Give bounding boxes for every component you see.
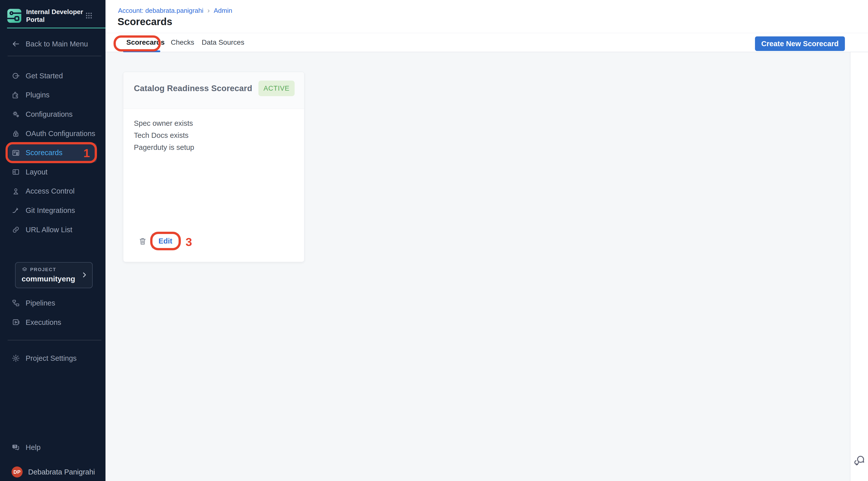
- help-button[interactable]: ? Help: [0, 438, 105, 457]
- project-label: PROJECT: [30, 267, 56, 272]
- help-icon: ?: [11, 443, 20, 452]
- app-logo: Internal Developer Portal: [7, 8, 83, 24]
- sidebar-item-label: Git Integrations: [26, 206, 75, 215]
- arrow-left-icon: [11, 40, 20, 48]
- right-side-strip: [850, 52, 868, 481]
- person-icon: [11, 187, 20, 196]
- back-to-main-menu[interactable]: Back to Main Menu: [11, 40, 88, 48]
- check-item: Spec owner exists: [134, 117, 194, 129]
- sidebar-item-git-integrations[interactable]: Git Integrations: [0, 201, 105, 220]
- sidebar-item-plugins[interactable]: Plugins: [0, 86, 105, 105]
- main-content: Catalog Readiness Scorecard ACTIVE Spec …: [105, 52, 850, 481]
- sidebar-item-label: Scorecards: [26, 149, 63, 157]
- edit-button[interactable]: Edit: [151, 233, 179, 249]
- check-item: Pagerduty is setup: [134, 141, 194, 153]
- top-bar: [105, 0, 868, 33]
- git-branch-icon: [11, 206, 20, 215]
- sidebar-item-url-allow-list[interactable]: URL Allow List: [0, 220, 105, 239]
- back-to-main-menu-label: Back to Main Menu: [26, 40, 88, 48]
- chevron-right-icon: [81, 271, 88, 279]
- sidebar-item-label: URL Allow List: [26, 226, 72, 234]
- gear-icon: [11, 354, 20, 362]
- tab-label: Data Sources: [202, 38, 244, 46]
- lock-icon: [11, 129, 20, 138]
- sidebar-divider: [7, 340, 101, 341]
- sidebar-item-label: Configurations: [26, 110, 72, 119]
- create-new-scorecard-button[interactable]: Create New Scorecard: [755, 36, 845, 51]
- project-name: communityeng: [22, 275, 75, 283]
- scorecard-checks-list: Spec owner exists Tech Docs exists Pager…: [134, 117, 194, 153]
- scorecard-title: Catalog Readiness Scorecard: [134, 84, 252, 93]
- admin-menu: Get Started Plugins Configurations: [0, 66, 105, 239]
- tab-label: Checks: [171, 38, 194, 46]
- app-title-line1: Internal Developer: [26, 8, 83, 16]
- sidebar-item-label: Project Settings: [26, 354, 76, 362]
- svg-text:?: ?: [14, 445, 16, 448]
- sidebar-divider: [7, 56, 101, 56]
- tab-data-sources[interactable]: Data Sources: [202, 33, 244, 52]
- breadcrumb-account-link[interactable]: Account: debabrata.panigrahi: [118, 7, 204, 14]
- link-icon: [11, 225, 20, 234]
- scorecard-card: Catalog Readiness Scorecard ACTIVE Spec …: [123, 72, 304, 262]
- grid-menu-icon[interactable]: [84, 11, 93, 20]
- sidebar-item-access-control[interactable]: Access Control: [0, 182, 105, 201]
- sidebar-item-executions[interactable]: Executions: [0, 313, 105, 332]
- breadcrumb-separator: ›: [208, 6, 210, 14]
- sidebar-item-label: Plugins: [26, 91, 50, 99]
- executions-play-icon: [11, 318, 20, 327]
- sidebar-item-layout[interactable]: Layout: [0, 162, 105, 182]
- sidebar-item-get-started[interactable]: Get Started: [0, 66, 105, 86]
- annotation-number-3: 3: [186, 235, 192, 249]
- teal-accent-divider: [7, 28, 105, 28]
- check-item: Tech Docs exists: [134, 129, 194, 141]
- tab-checks[interactable]: Checks: [171, 33, 194, 52]
- sidebar-item-label: OAuth Configurations: [26, 130, 95, 138]
- app-logo-icon: [7, 8, 22, 23]
- user-name: Debabrata Panigrahi: [28, 468, 95, 476]
- configurations-gears-icon: [11, 110, 20, 119]
- pipelines-icon: [11, 299, 20, 307]
- sidebar-item-pipelines[interactable]: Pipelines: [0, 293, 105, 313]
- status-badge: ACTIVE: [258, 81, 294, 96]
- sidebar-item-scorecards[interactable]: Scorecards: [8, 143, 97, 162]
- scorecard-card-header: Catalog Readiness Scorecard ACTIVE: [123, 72, 304, 109]
- avatar: DP: [11, 467, 23, 478]
- help-label: Help: [26, 443, 41, 452]
- sidebar-item-label: Pipelines: [26, 299, 55, 307]
- sidebar-item-label: Access Control: [26, 187, 74, 195]
- plugins-icon: [11, 91, 20, 99]
- page-title: Scorecards: [118, 16, 172, 27]
- chat-support-icon[interactable]: [854, 454, 866, 467]
- breadcrumb: Account: debabrata.panigrahi › Admin: [118, 6, 232, 14]
- sidebar: Internal Developer Portal Back to Main M…: [0, 0, 105, 481]
- trash-icon[interactable]: [138, 236, 148, 246]
- active-tab-indicator: [123, 51, 160, 52]
- sidebar-item-label: Get Started: [26, 72, 63, 80]
- app-title-line2: Portal: [26, 16, 83, 24]
- sidebar-item-configurations[interactable]: Configurations: [0, 105, 105, 124]
- layout-icon: [11, 168, 20, 176]
- breadcrumb-admin-link[interactable]: Admin: [214, 7, 232, 14]
- app-root: Internal Developer Portal Back to Main M…: [0, 0, 868, 481]
- tab-label: Scorecards: [126, 38, 165, 46]
- sidebar-item-label: Layout: [26, 168, 48, 176]
- tab-bar: Scorecards Checks Data Sources Create Ne…: [105, 33, 868, 52]
- tab-scorecards[interactable]: Scorecards: [126, 33, 165, 52]
- sidebar-item-label: Executions: [26, 318, 61, 327]
- project-selector[interactable]: PROJECT communityeng: [15, 262, 93, 288]
- sidebar-item-oauth-configurations[interactable]: OAuth Configurations: [0, 124, 105, 143]
- sidebar-item-project-settings[interactable]: Project Settings: [0, 349, 105, 368]
- user-menu[interactable]: DP Debabrata Panigrahi: [0, 463, 105, 481]
- layers-icon: [22, 267, 28, 272]
- scorecards-icon: [11, 149, 20, 157]
- get-started-icon: [11, 71, 20, 80]
